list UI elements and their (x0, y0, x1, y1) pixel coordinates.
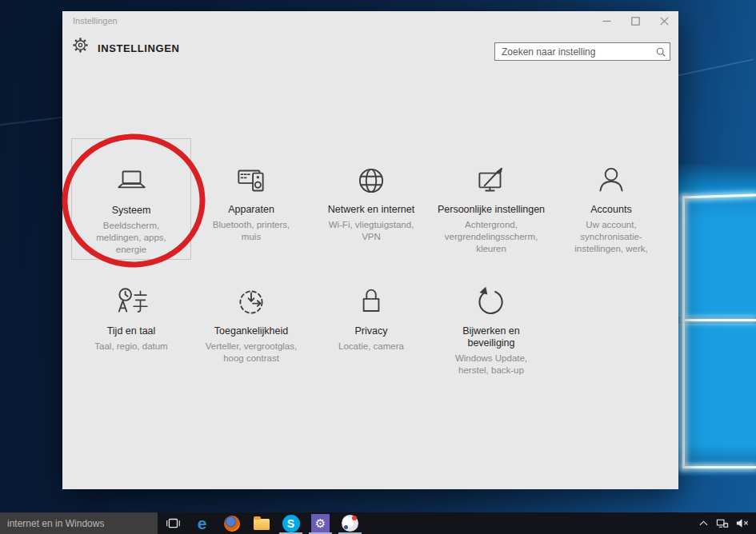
globe-icon (353, 162, 390, 199)
tile-tijd-en-taal[interactable]: Tijd en taal Taal, regio, datum (71, 284, 191, 377)
taskbar-search[interactable]: internet en in Windows (0, 512, 158, 534)
update-refresh-icon (473, 284, 510, 321)
task-view-button[interactable] (158, 512, 187, 534)
tile-apparaten[interactable]: Apparaten Bluetooth, printers, muis (191, 138, 311, 260)
tile-subtitle: Uw account, synchronisatie- instellingen… (574, 219, 647, 255)
person-icon (593, 162, 630, 199)
wallpaper-glow-edge (682, 319, 756, 321)
volume-muted-icon (735, 518, 749, 528)
search-input[interactable] (495, 46, 652, 58)
tile-toegankelijkheid[interactable]: Toegankelijkheid Verteller, vergrootglas… (191, 284, 311, 377)
tile-subtitle: Bluetooth, printers, muis (213, 219, 290, 243)
settings-search[interactable] (494, 42, 670, 61)
close-icon (660, 17, 669, 26)
tile-title: Persoonlijke instellingen (438, 204, 545, 216)
firefox-icon (224, 516, 240, 532)
settings-window: Instellingen (62, 11, 678, 489)
edge-icon: e (198, 515, 207, 532)
file-explorer-button[interactable] (246, 512, 276, 534)
desktop: Instellingen (0, 0, 756, 534)
tile-title: Systeem (112, 205, 151, 217)
taskbar-search-text: internet en in Windows (0, 518, 104, 529)
tile-subtitle: Verteller, vergrootglas, hoog contrast (206, 341, 297, 365)
lock-icon (353, 284, 390, 321)
taskbar: internet en in Windows e S (0, 512, 756, 534)
tile-title: Bijwerken en beveiliging (462, 325, 520, 349)
skype-button[interactable]: S (276, 512, 306, 534)
settings-icon: ⚙ (311, 514, 330, 532)
tile-title: Netwerk en internet (328, 204, 414, 216)
search-icon[interactable] (652, 46, 670, 58)
volume-tray-button[interactable] (732, 512, 751, 534)
tile-bijwerken-en-beveiliging[interactable]: Bijwerken en beveiliging Windows Update,… (431, 284, 551, 377)
tile-netwerk[interactable]: Netwerk en internet Wi-Fi, vliegtuigstan… (311, 138, 431, 260)
tile-subtitle: Taal, regio, datum (94, 341, 167, 353)
file-explorer-icon (254, 519, 270, 530)
tile-subtitle: Wi-Fi, vliegtuigstand, VPN (329, 219, 414, 243)
laptop-icon (113, 163, 150, 200)
wallpaper-glow-edge (682, 197, 685, 468)
tile-title: Privacy (355, 325, 388, 337)
settings-taskbar-button[interactable]: ⚙ (306, 512, 335, 534)
devices-icon (233, 162, 270, 199)
personalization-icon (473, 162, 510, 199)
close-button[interactable] (650, 11, 678, 30)
edge-button[interactable]: e (187, 512, 217, 534)
tile-accounts[interactable]: Accounts Uw account, synchronisatie- ins… (551, 138, 671, 260)
maximize-button[interactable] (621, 11, 650, 30)
tile-title: Apparaten (228, 204, 274, 216)
tile-title: Accounts (590, 204, 631, 216)
maximize-icon (631, 17, 640, 26)
tile-subtitle: Beeldscherm, meldingen, apps, energie (96, 220, 166, 256)
network-tray-button[interactable] (713, 512, 732, 534)
tile-subtitle: Windows Update, herstel, back-up (455, 353, 527, 377)
tile-privacy[interactable]: Privacy Locatie, camera (311, 284, 431, 377)
tile-title: Toegankelijkheid (214, 325, 288, 337)
minimize-button[interactable] (592, 11, 621, 30)
tile-title: Tijd en taal (107, 325, 156, 337)
tile-subtitle: Locatie, camera (338, 341, 404, 353)
chevron-up-icon (698, 519, 709, 528)
network-icon (716, 518, 729, 529)
task-view-icon (164, 515, 182, 532)
wallpaper-glow-edge (682, 466, 756, 468)
tile-persoonlijke-instellingen[interactable]: Persoonlijke instellingen Achtergrond, v… (431, 138, 551, 260)
firefox-button[interactable] (217, 512, 246, 534)
show-hidden-icons-button[interactable] (694, 512, 713, 534)
settings-gear-icon (72, 37, 89, 57)
titlebar[interactable]: Instellingen (62, 11, 678, 30)
ease-of-access-icon (233, 284, 270, 321)
paint-button[interactable] (335, 512, 365, 534)
paint-icon (342, 515, 358, 532)
window-title: Instellingen (73, 16, 118, 26)
page-title: INSTELLINGEN (98, 42, 180, 54)
time-language-icon (113, 284, 150, 321)
skype-icon: S (282, 515, 300, 532)
tile-subtitle: Achtergrond, vergrendelingsscherm, kleur… (445, 219, 538, 255)
tile-systeem[interactable]: Systeem Beeldscherm, meldingen, apps, en… (71, 138, 191, 260)
minimize-icon (602, 17, 611, 26)
